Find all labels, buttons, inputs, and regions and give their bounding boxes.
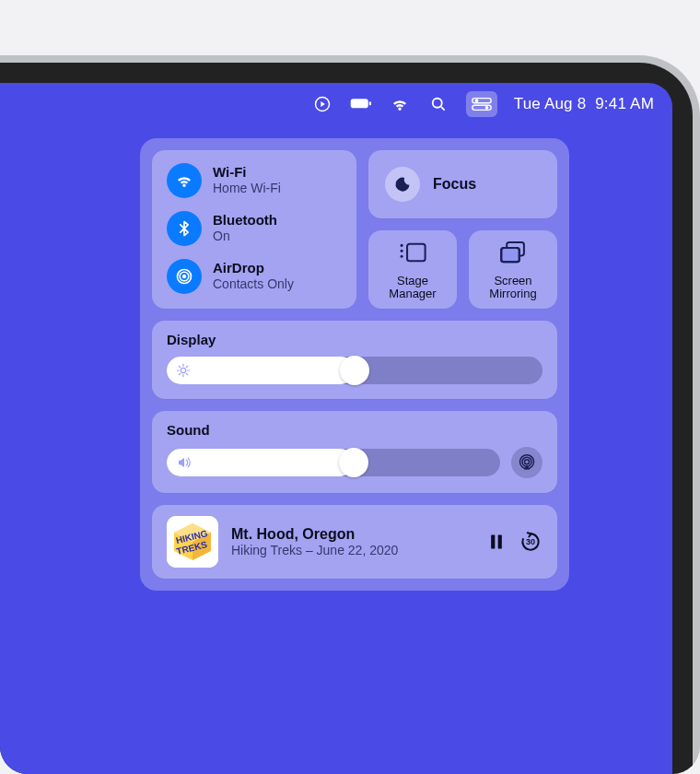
skip-seconds-label: 30 — [526, 537, 535, 546]
sound-label: Sound — [167, 422, 542, 438]
svg-rect-12 — [407, 244, 426, 262]
airdrop-sub: Contacts Only — [213, 276, 294, 292]
battery-icon[interactable] — [350, 93, 372, 115]
display-label: Display — [167, 332, 542, 347]
svg-point-19 — [181, 368, 185, 372]
menubar: Tue Aug 8 9:41 AM — [0, 83, 672, 125]
svg-point-6 — [474, 99, 478, 102]
wifi-sub: Home Wi-Fi — [213, 181, 281, 196]
svg-rect-38 — [498, 534, 502, 548]
airdrop-toggle[interactable]: AirDrop Contacts Only — [167, 259, 342, 294]
svg-line-24 — [179, 366, 180, 367]
stage-manager-label: Stage Manager — [389, 275, 436, 301]
display-slider[interactable] — [167, 357, 542, 384]
now-playing-subtitle: Hiking Treks – June 22, 2020 — [231, 543, 474, 557]
screen-mirroring-button[interactable]: Screen Mirroring — [469, 230, 557, 309]
svg-rect-2 — [368, 101, 370, 105]
focus-label: Focus — [433, 176, 476, 193]
airplay-icon — [518, 453, 536, 472]
wifi-title: Wi-Fi — [213, 165, 281, 181]
stage-manager-button[interactable]: Stage Manager — [368, 230, 457, 309]
stage-manager-icon — [397, 240, 428, 265]
control-center-menubar-icon[interactable] — [466, 91, 497, 117]
control-center-panel: Wi-Fi Home Wi-Fi Bluetooth — [140, 138, 569, 591]
screen-mirroring-label: Screen Mirroring — [489, 275, 536, 301]
focus-button[interactable]: Focus — [368, 150, 557, 218]
svg-point-3 — [432, 99, 441, 108]
sound-card: Sound — [152, 411, 557, 493]
svg-rect-37 — [491, 534, 495, 548]
svg-rect-17 — [501, 248, 519, 262]
spotlight-icon[interactable] — [427, 93, 449, 115]
bluetooth-sub: On — [213, 229, 277, 244]
svg-line-4 — [441, 107, 445, 111]
menubar-time: 9:41 AM — [595, 95, 654, 112]
now-playing-artwork: HIKING TREKS — [167, 516, 218, 568]
bluetooth-icon — [167, 211, 202, 246]
connectivity-card: Wi-Fi Home Wi-Fi Bluetooth — [152, 150, 356, 309]
svg-line-26 — [179, 373, 180, 374]
svg-point-9 — [182, 275, 186, 278]
moon-icon — [385, 167, 420, 202]
now-playing-menubar-icon[interactable] — [311, 93, 333, 115]
wifi-toggle[interactable]: Wi-Fi Home Wi-Fi — [167, 163, 342, 198]
svg-line-27 — [186, 366, 187, 367]
now-playing-title: Mt. Hood, Oregon — [231, 526, 474, 543]
now-playing-card[interactable]: HIKING TREKS Mt. Hood, Oregon Hiking Tre… — [152, 505, 557, 579]
bluetooth-toggle[interactable]: Bluetooth On — [167, 211, 342, 246]
skip-forward-30-button[interactable]: 30 — [519, 530, 542, 554]
wifi-icon — [167, 163, 202, 198]
wifi-menubar-icon[interactable] — [389, 93, 411, 115]
sound-slider[interactable] — [167, 449, 500, 476]
screen-mirroring-icon — [497, 240, 529, 265]
svg-point-15 — [401, 255, 403, 258]
menubar-clock[interactable]: Tue Aug 8 9:41 AM — [514, 95, 654, 113]
svg-line-25 — [186, 373, 187, 374]
svg-point-13 — [401, 244, 403, 247]
brightness-icon — [176, 363, 191, 378]
svg-rect-1 — [350, 99, 368, 108]
svg-point-28 — [525, 459, 530, 463]
airplay-audio-button[interactable] — [511, 447, 542, 478]
svg-point-14 — [401, 250, 403, 252]
pause-button[interactable] — [487, 532, 506, 552]
svg-point-8 — [484, 106, 488, 110]
bluetooth-title: Bluetooth — [213, 213, 277, 229]
display-card: Display — [152, 321, 557, 399]
airdrop-title: AirDrop — [213, 261, 294, 276]
volume-icon — [176, 454, 192, 471]
menubar-date: Tue Aug 8 — [514, 95, 587, 112]
airdrop-icon — [167, 259, 202, 294]
